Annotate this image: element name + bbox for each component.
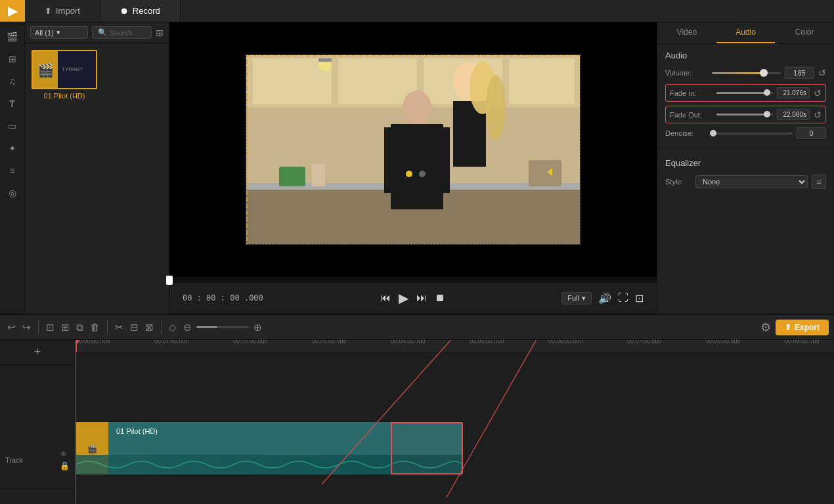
denoise-slider[interactable]: [712, 133, 793, 135]
svg-point-26: [406, 171, 412, 177]
svg-rect-10: [509, 58, 575, 104]
sidebar-icon-overlays[interactable]: ▭: [3, 117, 22, 135]
track-label-area: Track 👁 🔒: [0, 378, 75, 496]
media-filter-dropdown[interactable]: All (1) ▾: [30, 26, 88, 39]
fade-in-label: Fade In:: [670, 89, 713, 97]
stop-button[interactable]: ⏹: [435, 292, 445, 304]
zoom-out-button[interactable]: ⊖: [181, 320, 194, 335]
sidebar-icon-transitions[interactable]: ⊞: [3, 50, 22, 68]
media-item-pilot[interactable]: 🎬 TYRANT 01 Pilot (HD): [32, 50, 97, 100]
ruler-mark-7: 00:07:00.000: [627, 340, 662, 345]
video-track-row: 🎬 01 Pilot (HD): [76, 422, 834, 481]
ruler-mark-5: 00:05:00.000: [470, 340, 504, 345]
tab-record-label: Record: [133, 6, 160, 16]
sidebar: 🎬 ⊞ ♫ T ▭ ✦ ≡ ◎: [0, 22, 25, 314]
volume-value[interactable]: [785, 67, 814, 79]
delete-button[interactable]: 🗑: [88, 320, 102, 335]
cut-button[interactable]: ✂: [113, 320, 125, 335]
volume-button[interactable]: 🔊: [598, 292, 611, 304]
quality-selector[interactable]: Full ▾: [561, 292, 592, 304]
sidebar-icon-effects[interactable]: ✦: [3, 139, 22, 158]
fade-out-handle[interactable]: [764, 111, 770, 117]
tab-audio[interactable]: Audio: [716, 22, 776, 43]
ruler-marks-container: 00:00:00.000 00:01:00.000 00:02:00.000 0…: [76, 340, 834, 351]
crop-button[interactable]: ⊡: [635, 292, 644, 304]
svg-point-27: [419, 171, 426, 177]
style-row: Style: None ≡: [665, 175, 826, 189]
fade-in-row: Fade In: 21.076s ↺: [665, 84, 826, 102]
fade-out-value: 22.080s: [777, 109, 810, 120]
add-track-button[interactable]: +: [0, 340, 75, 365]
fade-in-value: 21.076s: [777, 87, 810, 98]
progress-bar[interactable]: [169, 278, 657, 283]
denoise-handle[interactable]: [710, 130, 716, 136]
export-button[interactable]: ⬆ Export: [776, 320, 829, 335]
equalizer-title: Equalizer: [665, 158, 826, 168]
denoise-value[interactable]: [797, 127, 826, 139]
svg-rect-12: [318, 58, 332, 62]
skip-back-button[interactable]: ⏮: [380, 292, 391, 304]
timeline-tracks[interactable]: 00:00:00.000 00:01:00.000 00:02:00.000 0…: [76, 340, 834, 504]
sidebar-icon-stickers[interactable]: ◎: [3, 184, 22, 202]
sidebar-icon-text[interactable]: T: [3, 94, 22, 113]
split-button[interactable]: ⊠: [143, 320, 156, 335]
sidebar-icon-media[interactable]: 🎬: [3, 28, 22, 46]
zoom-slider[interactable]: [196, 326, 249, 328]
zoom-in-button[interactable]: ⊕: [252, 320, 264, 335]
media-item-label: 01 Pilot (HD): [44, 92, 85, 100]
volume-slider[interactable]: [712, 72, 781, 74]
chevron-down-icon: ▾: [56, 28, 60, 37]
fade-in-reset-button[interactable]: ↺: [814, 88, 822, 98]
timeline-toolbar: ↩ ↪ ⊡ ⊞ ⧉ 🗑 ✂ ⊟ ⊠ ◇ ⊖ ⊕ ⚙ ⬆ E: [0, 315, 834, 340]
volume-slider-container: [712, 72, 781, 74]
search-placeholder: Search: [110, 29, 133, 37]
media-view-toggle[interactable]: ⊞: [156, 28, 164, 38]
equalizer-menu-button[interactable]: ≡: [812, 175, 826, 189]
fade-out-slider[interactable]: [716, 114, 773, 116]
preview-area: 00 : 00 : 00 .000 ⏮ ▶ ⏭ ⏹ Full ▾ 🔊 ⛶: [169, 22, 657, 314]
style-select[interactable]: None: [695, 175, 808, 188]
insert-button[interactable]: ⊞: [59, 320, 72, 335]
video-frame: [246, 54, 581, 245]
sidebar-icon-filters[interactable]: ≡: [3, 161, 22, 180]
fade-in-slider[interactable]: [716, 92, 773, 94]
undo-button[interactable]: ↩: [5, 320, 18, 335]
track-visibility-icon[interactable]: 👁: [60, 450, 70, 459]
video-controls: 00 : 00 : 00 .000 ⏮ ▶ ⏭ ⏹ Full ▾ 🔊 ⛶: [169, 277, 657, 314]
skip-forward-button[interactable]: ⏭: [416, 292, 427, 304]
track-label-row: Track 👁 🔒: [0, 430, 75, 490]
ruler-mark-1: 00:01:00.000: [154, 340, 189, 345]
track-lock-icon[interactable]: 🔒: [60, 461, 70, 471]
top-bar: ▶ ⬆ Import ⏺ Record: [0, 0, 834, 22]
tab-record[interactable]: ⏺ Record: [100, 0, 181, 22]
volume-handle[interactable]: [760, 69, 768, 77]
fullscreen-button[interactable]: ⛶: [618, 292, 628, 304]
quality-chevron-icon: ▾: [582, 294, 586, 303]
fade-out-reset-button[interactable]: ↺: [814, 110, 822, 120]
keyframe-button[interactable]: ◇: [167, 320, 179, 335]
volume-label: Volume:: [665, 69, 708, 77]
redo-button[interactable]: ↪: [20, 320, 33, 335]
fade-in-handle[interactable]: [764, 89, 770, 96]
duplicate-button[interactable]: ⧉: [74, 320, 85, 335]
media-panel: All (1) ▾ 🔍 Search ⊞ 🎬: [25, 22, 169, 314]
svg-rect-24: [312, 163, 325, 186]
settings-button[interactable]: ⚙: [758, 318, 773, 337]
media-search-box[interactable]: 🔍 Search: [92, 26, 152, 39]
playhead[interactable]: [76, 340, 77, 352]
sidebar-icon-audio[interactable]: ♫: [3, 72, 22, 91]
track-labels: + Track 👁 🔒: [0, 340, 76, 504]
crop-tool-button[interactable]: ⊟: [128, 320, 141, 335]
tab-video[interactable]: Video: [657, 22, 716, 43]
timeline: ↩ ↪ ⊡ ⊞ ⧉ 🗑 ✂ ⊟ ⊠ ◇ ⊖ ⊕ ⚙ ⬆ E: [0, 314, 834, 504]
ruler-spacer: [0, 365, 75, 378]
select-tool-button[interactable]: ⊡: [44, 320, 56, 335]
tab-import[interactable]: ⬆ Import: [25, 0, 100, 22]
playhead-arrow: [76, 340, 79, 345]
tab-color[interactable]: Color: [775, 22, 834, 43]
video-track-clip[interactable]: 🎬 01 Pilot (HD): [76, 422, 463, 474]
empty-track-area: [76, 353, 834, 419]
progress-handle[interactable]: [166, 276, 173, 285]
volume-reset-button[interactable]: ↺: [818, 68, 826, 78]
play-button[interactable]: ▶: [399, 290, 408, 306]
